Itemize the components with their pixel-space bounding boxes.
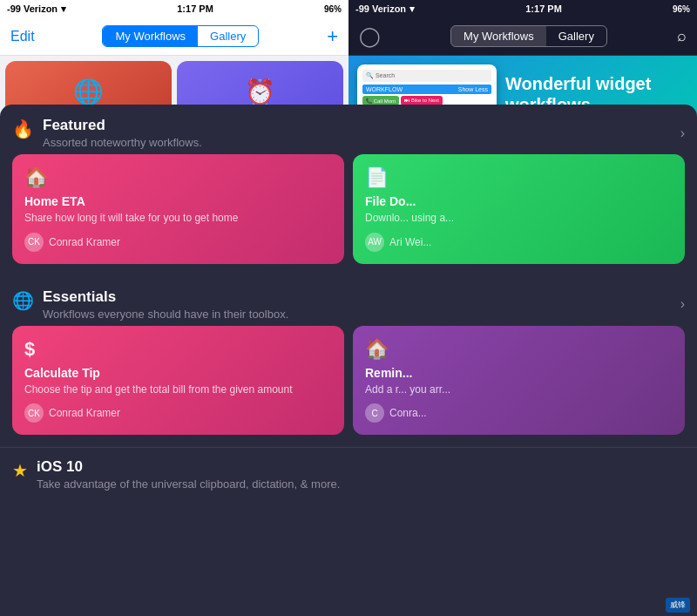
essentials-chevron-icon: › xyxy=(680,296,685,312)
right-status-right: 96% xyxy=(673,4,690,14)
left-wifi-icon: ▾ xyxy=(61,3,66,15)
ios10-title: iOS 10 xyxy=(348,458,685,476)
remind-icon: 🏠 xyxy=(365,338,673,361)
essentials-subtitle: Workflows everyone should have in their … xyxy=(348,308,680,321)
right-battery: 96% xyxy=(673,4,690,14)
file-download-icon: 📄 xyxy=(365,166,673,189)
remind-title: Remin... xyxy=(365,366,673,380)
search-icon[interactable]: ⌕ xyxy=(677,27,687,45)
right-carrier: -99 Verizon xyxy=(355,3,406,14)
ios10-content: iOS 10 Take advantage of the universal c… xyxy=(348,458,685,491)
file-download-avatar: AW xyxy=(365,233,384,252)
file-download-desc: Downlo... using a... xyxy=(365,212,673,226)
right-top-nav: ◯ My Workflows Gallery ⌕ xyxy=(348,17,697,56)
remind-avatar: C xyxy=(365,403,384,423)
workflow-icon-top-news: 🌐 xyxy=(73,78,104,106)
watermark: 威锋 xyxy=(666,598,690,613)
ss-header: WORKFLOWShow Less xyxy=(362,85,491,94)
left-top-nav: Edit My Workflows Gallery + xyxy=(0,17,348,56)
remind-author-name: Conra... xyxy=(389,407,427,419)
file-download-author: AW Ari Wei... xyxy=(365,233,673,252)
remind-desc: Add a r... you arr... xyxy=(365,383,673,397)
featured-subtitle: Assorted noteworthy workflows. xyxy=(348,136,680,149)
right-tab-gallery[interactable]: Gallery xyxy=(546,26,606,46)
left-status-left: -99 Verizon ▾ xyxy=(7,3,66,15)
ios10-desc: Take advantage of the universal clipboar… xyxy=(348,477,685,491)
remind-card[interactable]: 🏠 Remin... Add a r... you arr... C Conra… xyxy=(353,326,685,436)
file-download-title: File Do... xyxy=(365,194,673,208)
left-carrier: -99 Verizon xyxy=(7,3,58,14)
left-status-right: 96% xyxy=(324,4,342,14)
featured-section-header[interactable]: 🔥 Featured Assorted noteworthy workflows… xyxy=(348,105,697,154)
right-tab-my-workflows[interactable]: My Workflows xyxy=(451,26,546,46)
left-battery: 96% xyxy=(324,4,342,14)
essentials-cards-row: $ Calculate Tip Choose the tip and get t… xyxy=(348,326,697,448)
left-status-bar: -99 Verizon ▾ 1:17 PM 96% xyxy=(0,0,348,17)
ss-search-bar: 🔍 Search xyxy=(362,70,491,82)
right-phone-panel: -99 Verizon ▾ 1:17 PM 96% ◯ My Workflows… xyxy=(348,0,697,616)
featured-chevron-icon: › xyxy=(680,125,685,141)
add-workflow-button[interactable]: + xyxy=(327,25,338,48)
right-status-left: -99 Verizon ▾ xyxy=(355,3,415,15)
featured-cards-row: 🏠 Home ETA Share how long it will take f… xyxy=(348,154,697,276)
left-time: 1:17 PM xyxy=(177,3,213,14)
featured-title-block: Featured Assorted noteworthy workflows. xyxy=(348,117,680,149)
ios10-section[interactable]: ★ iOS 10 Take advantage of the universal… xyxy=(348,447,697,501)
edit-button[interactable]: Edit xyxy=(10,29,35,44)
right-status-bar: -99 Verizon ▾ 1:17 PM 96% xyxy=(348,0,697,17)
essentials-title: Essentials xyxy=(348,288,680,306)
essentials-section-header[interactable]: 🌐 Essentials Workflows everyone should h… xyxy=(348,276,697,326)
essentials-title-block: Essentials Workflows everyone should hav… xyxy=(348,288,680,321)
remind-author: C Conra... xyxy=(365,403,673,423)
workflow-icon-time-machine: ⏰ xyxy=(245,78,275,106)
right-time: 1:17 PM xyxy=(525,3,562,14)
file-download-card[interactable]: 📄 File Do... Downlo... using a... AW Ari… xyxy=(353,154,685,264)
profile-icon[interactable]: ◯ xyxy=(359,25,381,48)
featured-title: Featured xyxy=(348,117,680,134)
file-download-author-name: Ari Wei... xyxy=(389,236,431,248)
tab-my-workflows[interactable]: My Workflows xyxy=(103,26,198,46)
left-segmented-control: My Workflows Gallery xyxy=(102,25,259,47)
overlay-sheet: 🔥 Featured Assorted noteworthy workflows… xyxy=(348,105,697,616)
right-wifi-icon: ▾ xyxy=(409,3,415,15)
right-segmented-control: My Workflows Gallery xyxy=(450,25,607,47)
tab-gallery[interactable]: Gallery xyxy=(198,26,258,46)
